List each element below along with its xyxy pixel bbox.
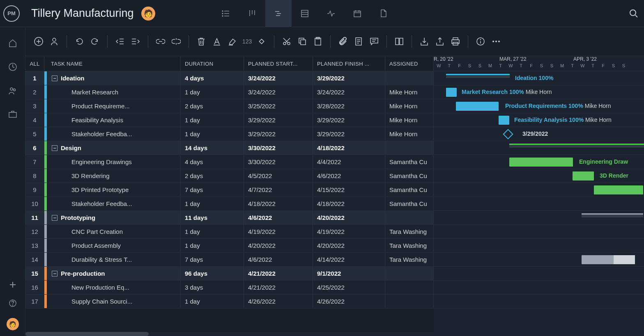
finish-cell[interactable]: 4/19/2022 (313, 225, 385, 238)
start-cell[interactable]: 4/5/2022 (244, 169, 313, 183)
help-icon[interactable] (9, 299, 17, 307)
duration-cell[interactable]: 96 days (181, 267, 244, 280)
finish-cell[interactable]: 4/15/2022 (313, 183, 385, 197)
task-name-cell[interactable]: Engineering Drawings (47, 155, 181, 169)
finish-cell[interactable]: 4/14/2022 (313, 253, 385, 266)
briefcase-icon[interactable] (8, 110, 17, 118)
start-cell[interactable]: 4/19/2022 (244, 225, 313, 238)
gantt-row[interactable]: 3D Render (434, 169, 644, 183)
gantt-row[interactable]: 3/29/2022 (434, 127, 644, 141)
duration-cell[interactable]: 1 day (181, 239, 244, 252)
assigned-cell[interactable]: Tara Washing (385, 253, 434, 266)
duration-cell[interactable]: 4 days (181, 71, 244, 85)
copy-icon[interactable] (297, 36, 308, 47)
assigned-cell[interactable] (385, 141, 434, 155)
col-header-finish[interactable]: PLANNED FINISH ... (313, 56, 385, 71)
assigned-cell[interactable] (385, 267, 434, 280)
col-header-assigned[interactable]: ASSIGNED (385, 56, 434, 71)
finish-cell[interactable]: 4/6/2022 (313, 169, 385, 183)
duration-cell[interactable]: 7 days (181, 183, 244, 197)
task-name-cell[interactable]: Product Requireme... (47, 99, 181, 113)
view-calendar-icon[interactable] (344, 0, 370, 27)
col-header-task[interactable]: TASK NAME (47, 56, 181, 71)
task-row[interactable]: 12 CNC Part Creation 1 day 4/19/2022 4/1… (25, 225, 434, 239)
highlight-icon[interactable] (227, 36, 238, 47)
unlink-icon[interactable] (170, 36, 182, 47)
gantt-bar[interactable] (594, 185, 643, 194)
cut-icon[interactable] (281, 36, 292, 47)
finish-cell[interactable]: 4/25/2022 (313, 281, 385, 294)
gantt-row[interactable] (434, 267, 644, 281)
start-cell[interactable]: 4/21/2022 (244, 267, 313, 280)
print-icon[interactable] (450, 36, 461, 47)
link-icon[interactable] (155, 36, 166, 47)
assigned-cell[interactable] (385, 295, 434, 308)
gantt-bar[interactable] (456, 102, 499, 111)
gantt-summary-bar[interactable] (446, 74, 510, 78)
task-row[interactable]: 13 Product Assembly 1 day 4/20/2022 4/20… (25, 239, 434, 253)
app-logo[interactable]: PM (3, 5, 20, 22)
gantt-row[interactable] (434, 253, 644, 267)
finish-cell[interactable]: 3/28/2022 (313, 99, 385, 113)
view-gantt-icon[interactable] (265, 0, 292, 27)
finish-cell[interactable]: 4/18/2022 (313, 141, 385, 155)
home-icon[interactable] (8, 39, 17, 48)
assigned-cell[interactable] (385, 71, 434, 85)
duration-cell[interactable]: 1 day (181, 295, 244, 308)
attachment-icon[interactable] (337, 36, 349, 47)
gantt-row[interactable]: Market Research 100% Mike Horn (434, 85, 644, 99)
export-icon[interactable] (434, 36, 446, 47)
task-row[interactable]: 4 Feasibility Analysis 1 day 3/29/2022 3… (25, 113, 434, 127)
duration-cell[interactable]: 2 days (181, 169, 244, 183)
start-cell[interactable]: 3/29/2022 (244, 127, 313, 141)
more-icon[interactable] (490, 36, 502, 47)
assigned-cell[interactable]: Mike Horn (385, 85, 434, 99)
task-row[interactable]: 1 −Ideation 4 days 3/24/2022 3/29/2022 (25, 71, 434, 85)
task-row[interactable]: 9 3D Printed Prototype 7 days 4/7/2022 4… (25, 183, 434, 197)
import-icon[interactable] (419, 36, 430, 47)
task-name-cell[interactable]: Supply Chain Sourci... (47, 295, 181, 308)
task-name-cell[interactable]: −Ideation (47, 71, 181, 85)
gantt-row[interactable]: Engineering Draw (434, 155, 644, 169)
start-cell[interactable]: 3/25/2022 (244, 99, 313, 113)
start-cell[interactable]: 4/7/2022 (244, 183, 313, 197)
gantt-row[interactable] (434, 197, 644, 211)
toolbar-number-label[interactable]: 123 (242, 38, 252, 45)
finish-cell[interactable]: 9/1/2022 (313, 267, 385, 280)
assigned-cell[interactable]: Tara Washing (385, 225, 434, 238)
task-name-cell[interactable]: Stakeholder Feedba... (47, 127, 181, 141)
finish-cell[interactable]: 3/29/2022 (313, 113, 385, 127)
add-icon[interactable] (9, 281, 16, 288)
duration-cell[interactable]: 7 days (181, 253, 244, 266)
finish-cell[interactable]: 4/4/2022 (313, 155, 385, 169)
task-name-cell[interactable]: Product Assembly (47, 239, 181, 252)
collapse-icon[interactable]: − (52, 75, 58, 81)
assigned-cell[interactable]: Samantha Cu (385, 197, 434, 210)
gantt-milestone[interactable] (503, 129, 513, 139)
finish-cell[interactable]: 3/29/2022 (313, 127, 385, 141)
task-name-cell[interactable]: 3D Rendering (47, 169, 181, 183)
task-name-cell[interactable]: −Prototyping (47, 211, 181, 224)
paste-icon[interactable] (312, 36, 324, 47)
start-cell[interactable]: 4/21/2022 (244, 281, 313, 294)
team-icon[interactable] (8, 86, 17, 95)
start-cell[interactable]: 4/6/2022 (244, 211, 313, 224)
gantt-row[interactable] (434, 239, 644, 253)
task-row[interactable]: 17 Supply Chain Sourci... 1 day 4/26/202… (25, 295, 434, 309)
indent-icon[interactable] (130, 36, 141, 47)
start-cell[interactable]: 3/30/2022 (244, 155, 313, 169)
col-header-duration[interactable]: DURATION (181, 56, 244, 71)
duration-cell[interactable]: 1 day (181, 113, 244, 127)
assigned-cell[interactable]: Samantha Cu (385, 183, 434, 197)
task-row[interactable]: 10 Stakeholder Feedba... 1 day 4/18/2022… (25, 197, 434, 211)
collapse-icon[interactable]: − (52, 145, 58, 151)
assigned-cell[interactable]: Samantha Cu (385, 155, 434, 169)
task-row[interactable]: 6 −Design 14 days 3/30/2022 4/18/2022 (25, 141, 434, 155)
assigned-cell[interactable]: Mike Horn (385, 99, 434, 113)
gantt-bar[interactable] (509, 158, 573, 167)
gantt-summary-bar[interactable] (509, 144, 644, 148)
duration-cell[interactable]: 1 day (181, 127, 244, 141)
task-row[interactable]: 7 Engineering Drawings 4 days 3/30/2022 … (25, 155, 434, 169)
task-name-cell[interactable]: CNC Part Creation (47, 225, 181, 238)
gantt-row[interactable] (434, 281, 644, 295)
